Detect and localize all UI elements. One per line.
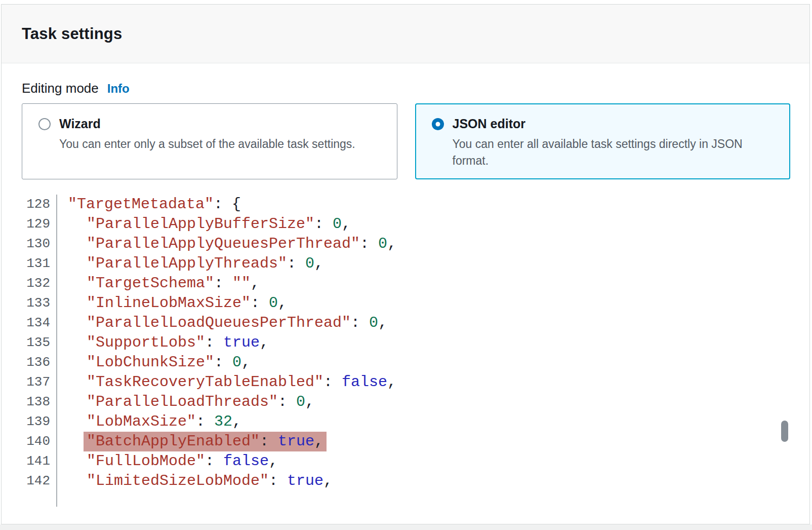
code-line-128[interactable]: "TargetMetadata": { [57, 195, 790, 214]
code-token-pun: : [260, 433, 278, 450]
code-token-num: 0 [369, 314, 378, 331]
code-line-134[interactable]: "ParallelLoadQueuesPerThread": 0, [57, 313, 790, 333]
panel-header: Task settings [2, 5, 809, 63]
json-code-editor[interactable]: 1281291301311321331341351361371381391401… [22, 195, 790, 507]
code-token-pun: , [314, 433, 323, 450]
code-line-129[interactable]: "ParallelApplyBufferSize": 0, [57, 214, 790, 234]
code-token-str: "BatchApplyEnabled" [87, 433, 260, 450]
line-number: 136 [22, 353, 56, 372]
code-area[interactable]: "TargetMetadata": {"ParallelApplyBufferS… [57, 195, 790, 507]
code-token-pun: , [241, 354, 251, 371]
editing-mode-options: Wizard You can enter only a subset of th… [22, 103, 790, 179]
code-token-str: "TargetMetadata" [68, 196, 214, 213]
code-line-137[interactable]: "TaskRecoveryTableEnabled": false, [57, 372, 790, 392]
code-line-131[interactable]: "ParallelApplyThreads": 0, [57, 254, 790, 274]
code-line-133[interactable]: "InlineLobMaxSize": 0, [57, 293, 790, 313]
code-token-pun: , [305, 393, 314, 410]
json-editor-option-description: You can enter all available task setting… [453, 136, 766, 169]
code-token-str: "ParallelLoadThreads" [87, 393, 278, 410]
panel-title: Task settings [22, 25, 122, 43]
code-token-pun: , [378, 314, 387, 331]
code-line-141[interactable]: "FullLobMode": false, [57, 451, 790, 471]
line-number: 130 [22, 234, 56, 254]
json-editor-option-header: JSON editor [432, 117, 777, 131]
task-settings-panel: Task settings Editing mode Info Wizard Y… [1, 4, 810, 524]
editing-mode-row: Editing mode Info [22, 81, 790, 96]
line-number: 129 [22, 214, 56, 234]
editor-scrollbar-thumb[interactable] [781, 421, 788, 442]
code-token-pun: : [323, 373, 342, 391]
code-token-pun: , [232, 413, 241, 430]
line-number: 128 [22, 195, 56, 214]
code-token-pun: , [278, 294, 287, 312]
code-token-pun: : [351, 314, 369, 331]
code-token-pun: : [205, 334, 223, 351]
code-token-num: 0 [305, 255, 314, 272]
code-line-142[interactable]: "LimitedSizeLobMode": true, [57, 471, 790, 491]
code-token-str: "ParallelLoadQueuesPerThread" [87, 314, 351, 331]
wizard-option-description: You can enter only a subset of the avail… [59, 136, 373, 153]
page-bottom-strip [0, 524, 812, 530]
line-number: 133 [22, 293, 56, 313]
code-token-pun: , [251, 275, 260, 292]
code-token-str: "TargetSchema" [87, 275, 214, 292]
code-token-str: "ParallelApplyThreads" [87, 255, 287, 272]
code-token-num: 0 [232, 354, 241, 371]
code-token-str: "LimitedSizeLobMode" [87, 472, 269, 489]
json-editor-option-label: JSON editor [453, 117, 525, 131]
editing-mode-option-json-editor[interactable]: JSON editor You can enter all available … [415, 103, 791, 179]
code-line-140[interactable]: "BatchApplyEnabled": true, [57, 432, 790, 451]
code-token-bool: true [223, 334, 260, 351]
code-token-num: 32 [214, 413, 232, 430]
code-token-pun: , [314, 255, 323, 272]
code-token-pun: , [269, 452, 278, 470]
code-token-str: "LobMaxSize" [87, 413, 196, 430]
panel-body: Editing mode Info Wizard You can enter o… [2, 63, 809, 507]
line-number-gutter: 1281291301311321331341351361371381391401… [22, 195, 57, 507]
highlighted-code: "BatchApplyEnabled": true, [84, 432, 327, 451]
code-token-bool: true [278, 433, 314, 450]
editing-mode-option-wizard[interactable]: Wizard You can enter only a subset of th… [22, 103, 397, 179]
line-number: 137 [22, 372, 56, 392]
code-token-num: 0 [378, 235, 387, 252]
code-line-130[interactable]: "ParallelApplyQueuesPerThread": 0, [57, 234, 790, 254]
code-line-132[interactable]: "TargetSchema": "", [57, 274, 790, 293]
code-token-bool: false [223, 452, 269, 470]
line-number: 139 [22, 412, 56, 432]
info-link[interactable]: Info [107, 82, 130, 96]
code-line-136[interactable]: "LobChunkSize": 0, [57, 353, 790, 372]
code-token-str: "FullLobMode" [87, 452, 205, 470]
editing-mode-label: Editing mode [22, 81, 99, 96]
code-token-str: "" [232, 275, 251, 292]
code-token-pun: : [314, 215, 333, 233]
code-token-num: 0 [333, 215, 342, 233]
page: Task settings Editing mode Info Wizard Y… [0, 0, 812, 530]
code-token-str: "SupportLobs" [87, 334, 205, 351]
code-token-pun: : [278, 393, 296, 410]
code-token-pun: : [251, 294, 269, 312]
line-number: 140 [22, 432, 56, 451]
code-token-num: 0 [296, 393, 305, 410]
code-token-num: 0 [269, 294, 278, 312]
line-number: 132 [22, 274, 56, 293]
code-token-str: "InlineLobMaxSize" [87, 294, 251, 312]
code-token-str: "ParallelApplyBufferSize" [87, 215, 314, 233]
code-token-pun: : [205, 452, 223, 470]
code-token-bool: false [342, 373, 387, 391]
code-token-pun: , [342, 215, 351, 233]
code-token-pun: : [287, 255, 305, 272]
line-number: 142 [22, 471, 56, 491]
code-token-pun: , [260, 334, 269, 351]
line-number: 134 [22, 313, 56, 333]
json-editor-radio-button[interactable] [432, 118, 444, 130]
code-token-pun: , [323, 472, 333, 489]
code-token-pun: , [387, 373, 396, 391]
line-number: 141 [22, 451, 56, 471]
wizard-radio-button[interactable] [38, 118, 51, 130]
code-token-str: "LobChunkSize" [87, 354, 214, 371]
code-line-138[interactable]: "ParallelLoadThreads": 0, [57, 392, 790, 412]
code-line-135[interactable]: "SupportLobs": true, [57, 333, 790, 353]
line-number: 138 [22, 392, 56, 412]
code-token-pun: : [269, 472, 287, 489]
code-line-139[interactable]: "LobMaxSize": 32, [57, 412, 790, 432]
